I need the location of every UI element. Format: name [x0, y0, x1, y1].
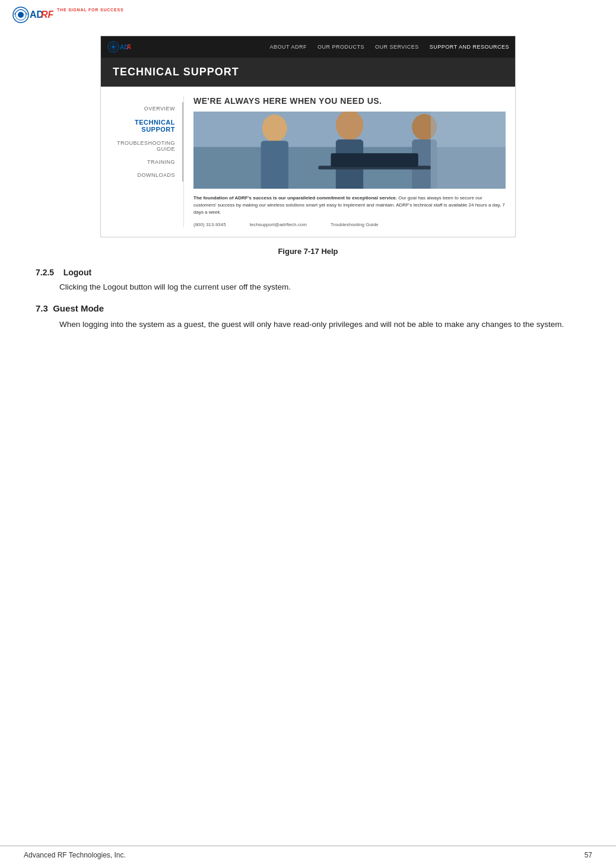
sidebar-training[interactable]: TRAINING — [101, 155, 183, 169]
content-headline: WE'RE ALWAYS HERE WHEN YOU NEED US. — [193, 96, 506, 106]
screenshot-box: AD RF ABOUT ADRF OUR PRODUCTS OUR SERVIC… — [100, 36, 516, 237]
svg-text:RF: RF — [41, 9, 53, 20]
guide-link[interactable]: Troubleshooting Guide — [331, 222, 379, 227]
tech-support-header: TECHNICAL SUPPORT — [101, 58, 515, 87]
screenshot-sidebar: OVERVIEW TECHNICAL SUPPORT TROUBLESHOOTI… — [101, 96, 184, 227]
svg-point-2 — [18, 12, 24, 18]
svg-rect-13 — [261, 141, 288, 189]
phone-link[interactable]: (800) 313-9345 — [193, 222, 226, 227]
section-7-2-5-heading: 7.2.5 Logout — [36, 268, 580, 277]
content-image — [193, 112, 506, 189]
figure-caption: Figure 7-17 Help — [36, 247, 580, 256]
svg-point-14 — [336, 112, 363, 140]
svg-rect-20 — [431, 112, 506, 189]
section-7-3-heading: 7.3 Guest Mode — [36, 303, 580, 313]
footer-company: Advanced RF Technologies, Inc. — [24, 851, 126, 859]
sidebar-troubleshooting[interactable]: TROUBLESHOOTING GUIDE — [101, 136, 183, 155]
adrf-logo-icon: AD RF — [12, 6, 53, 24]
main-content: AD RF ABOUT ADRF OUR PRODUCTS OUR SERVIC… — [0, 30, 616, 360]
email-link[interactable]: techsupport@adrftech.com — [250, 222, 307, 227]
screenshot-content: WE'RE ALWAYS HERE WHEN YOU NEED US. — [184, 96, 515, 227]
sidebar-downloads[interactable]: DOWNLOADS — [101, 169, 183, 182]
page-footer: Advanced RF Technologies, Inc. 57 — [0, 846, 616, 864]
svg-rect-19 — [331, 153, 418, 167]
svg-point-7 — [112, 46, 115, 49]
footer-page-number: 57 — [585, 851, 592, 859]
screenshot-body: OVERVIEW TECHNICAL SUPPORT TROUBLESHOOTI… — [101, 87, 515, 237]
nav-item-services[interactable]: OUR SERVICES — [375, 44, 419, 50]
page-header: AD RF THE SIGNAL FOR SUCCESS — [0, 0, 616, 30]
sidebar-overview[interactable]: OVERVIEW — [101, 102, 183, 115]
svg-text:RF: RF — [127, 44, 131, 50]
section-7-3: 7.3 Guest Mode When logging into the sys… — [36, 303, 580, 331]
svg-point-12 — [262, 115, 287, 142]
section-7-2-5: 7.2.5 Logout Clicking the Logout button … — [36, 268, 580, 294]
section-7-2-5-body: Clicking the Logout button will log the … — [59, 281, 580, 294]
nav-item-products[interactable]: OUR PRODUCTS — [317, 44, 364, 50]
content-links: (800) 313-9345 techsupport@adrftech.com … — [193, 222, 506, 227]
logo-tagline: THE SIGNAL FOR SUCCESS — [57, 8, 123, 12]
screenshot-nav-items: ABOUT ADRF OUR PRODUCTS OUR SERVICES SUP… — [142, 44, 509, 50]
nav-item-about[interactable]: ABOUT ADRF — [270, 44, 307, 50]
sidebar-technical-support[interactable]: TECHNICAL SUPPORT — [101, 115, 183, 136]
screenshot-nav: AD RF ABOUT ADRF OUR PRODUCTS OUR SERVIC… — [101, 36, 515, 58]
nav-item-support[interactable]: SUPPORT AND RESOURCES — [430, 44, 509, 50]
screenshot-nav-logo: AD RF — [107, 40, 131, 53]
content-description: The foundation of ADRF's success is our … — [193, 195, 506, 216]
section-7-3-body: When logging into the system as a guest,… — [59, 318, 580, 331]
